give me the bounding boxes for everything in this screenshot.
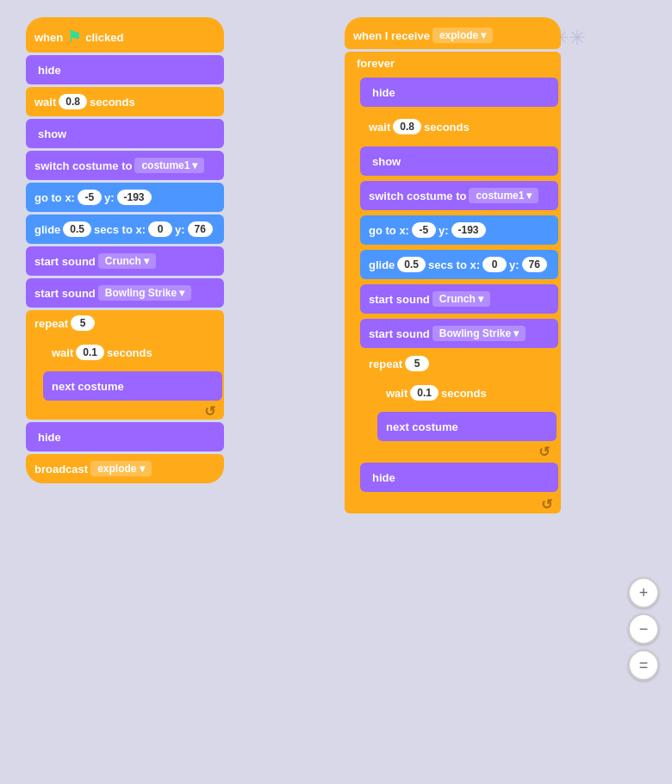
switch-costume-block-1[interactable]: switch costume to costume1 ▾ [26, 151, 224, 180]
forever-glide-secslabel: secs to x: [428, 258, 480, 271]
switch-costume-label-1: switch costume to [34, 159, 132, 172]
forever-wait-value[interactable]: 0.8 [393, 119, 421, 134]
zoom-out-icon: − [639, 620, 649, 638]
forever-sound-dropdown-1[interactable]: Crunch ▾ [432, 291, 490, 307]
next-costume-block-1[interactable]: next costume [43, 371, 222, 401]
repeat-wait-value-1[interactable]: 0.1 [76, 345, 104, 360]
forever-hide-block[interactable]: hide [360, 78, 558, 107]
forever-glide-label: glide [369, 258, 395, 271]
receive-dropdown-arrow: ▾ [481, 29, 486, 41]
when-receive-hat-block[interactable]: when I receive explode ▾ [345, 17, 561, 49]
flag-icon: ⚑ [67, 28, 81, 47]
glide-block-1[interactable]: glide 0.5 secs to x: 0 y: 76 [26, 215, 224, 244]
forever-next-costume[interactable]: next costume [377, 412, 557, 441]
forever-glide-secs[interactable]: 0.5 [397, 257, 426, 272]
forever-repeat-arrow: ↺ [538, 444, 550, 460]
forever-repeat-wait[interactable]: wait 0.1 seconds [377, 378, 557, 408]
forever-glide-y[interactable]: 76 [522, 257, 547, 272]
forever-hide-label: hide [372, 86, 395, 99]
goto-ylabel-1: y: [104, 191, 115, 204]
zoom-in-button[interactable]: + [628, 577, 659, 608]
forever-start-sound-1[interactable]: start sound Crunch ▾ [360, 284, 558, 314]
forever-repeat-body: wait 0.1 seconds next costume [360, 376, 558, 443]
forever-wait-block[interactable]: wait 0.8 seconds [360, 112, 558, 141]
zoom-out-button[interactable]: − [628, 613, 659, 644]
glide-secs-1[interactable]: 0.5 [63, 221, 91, 237]
forever-repeat-header[interactable]: repeat 5 [360, 351, 558, 376]
when-label: when [34, 31, 63, 44]
repeat-footer-1: ↺ [26, 402, 224, 420]
repeat-arrow-1: ↺ [204, 403, 215, 420]
forever-header[interactable]: forever [345, 52, 561, 75]
hide-block-1[interactable]: hide [26, 55, 224, 84]
zoom-reset-icon: = [639, 656, 649, 675]
go-to-block-1[interactable]: go to x: -5 y: -193 [26, 183, 224, 212]
start-sound-block-1[interactable]: start sound Crunch ▾ [26, 246, 224, 276]
forever-goto-x[interactable]: -5 [412, 222, 436, 238]
broadcast-label-1: broadcast [34, 463, 88, 476]
forever-hide-block-2[interactable]: hide [360, 463, 558, 492]
repeat-block-1[interactable]: repeat 5 wait 0.1 seconds next costume ↺ [26, 310, 224, 420]
repeat-wait-unit-1: seconds [107, 346, 152, 359]
right-script-stack: when I receive explode ▾ forever hide wa… [345, 17, 561, 513]
forever-goto-y[interactable]: -193 [451, 222, 486, 238]
forever-switch-costume-label: switch costume to [369, 190, 466, 202]
costume-dropdown-1[interactable]: costume1 ▾ [134, 158, 204, 173]
repeat-wait-block-1[interactable]: wait 0.1 seconds [43, 338, 222, 367]
hide-block-2[interactable]: hide [26, 422, 224, 451]
repeat-label-1: repeat [34, 317, 68, 330]
show-block-1[interactable]: show [26, 119, 224, 148]
broadcast-dropdown-arrow-1: ▾ [140, 463, 145, 475]
forever-glide-ylabel: y: [509, 258, 520, 271]
forever-sound-dropdown-2[interactable]: Bowling Strike ▾ [432, 326, 526, 341]
forever-glide-block[interactable]: glide 0.5 secs to x: 0 y: 76 [360, 250, 558, 279]
zoom-reset-button[interactable]: = [628, 650, 659, 681]
forever-next-costume-label: next costume [386, 420, 458, 433]
forever-block[interactable]: forever hide wait 0.8 seconds show [345, 52, 561, 513]
glide-secslabel-1: secs to x: [94, 223, 146, 236]
forever-start-sound-2[interactable]: start sound Bowling Strike ▾ [360, 319, 558, 348]
sound-dropdown-1[interactable]: Crunch ▾ [98, 253, 156, 269]
glide-label-1: glide [34, 223, 60, 236]
glide-ylabel-1: y: [175, 223, 185, 236]
glide-x-1[interactable]: 0 [148, 221, 172, 237]
forever-show-block[interactable]: show [360, 146, 558, 176]
hide-label-1: hide [38, 64, 61, 77]
zoom-in-icon: + [639, 584, 649, 602]
broadcast-dropdown-1[interactable]: explode ▾ [90, 461, 151, 476]
forever-repeat-label: repeat [369, 358, 402, 370]
goto-x-1[interactable]: -5 [78, 190, 102, 205]
forever-repeat-wait-label: wait [386, 387, 408, 400]
forever-body: hide wait 0.8 seconds show switch costum… [345, 75, 561, 495]
forever-goto-block[interactable]: go to x: -5 y: -193 [360, 215, 558, 245]
forever-goto-label: go to x: [369, 224, 409, 237]
goto-y-1[interactable]: -193 [117, 190, 152, 205]
zoom-controls: + − = [628, 577, 659, 681]
sound-dropdown-2[interactable]: Bowling Strike ▾ [98, 285, 191, 301]
forever-repeat-footer: ↺ [360, 443, 558, 460]
repeat-header-1[interactable]: repeat 5 [26, 310, 224, 336]
forever-hide-label-2: hide [372, 471, 395, 484]
repeat-count-1[interactable]: 5 [71, 315, 95, 331]
left-script-stack: when ⚑ clicked hide wait 0.8 seconds sho… [26, 17, 224, 483]
forever-show-label: show [372, 155, 401, 168]
wait-unit-1: seconds [90, 96, 135, 109]
forever-repeat-count[interactable]: 5 [405, 356, 429, 371]
when-clicked-hat-block[interactable]: when ⚑ clicked [26, 17, 224, 53]
wait-block-1[interactable]: wait 0.8 seconds [26, 87, 224, 116]
start-sound-block-2[interactable]: start sound Bowling Strike ▾ [26, 278, 224, 308]
wait-value-1[interactable]: 0.8 [59, 94, 87, 109]
when-receive-label: when I receive [353, 29, 430, 42]
glide-y-1[interactable]: 76 [188, 221, 213, 237]
broadcast-block-1[interactable]: broadcast explode ▾ [26, 454, 224, 483]
forever-glide-x[interactable]: 0 [482, 257, 507, 272]
sound-dropdown-arrow-2: ▾ [179, 287, 184, 299]
repeat-body-1: wait 0.1 seconds next costume [26, 336, 224, 402]
start-sound-label-2: start sound [34, 287, 96, 300]
forever-switch-costume-block[interactable]: switch costume to costume1 ▾ [360, 181, 558, 210]
receive-dropdown[interactable]: explode ▾ [432, 28, 493, 43]
forever-repeat-block[interactable]: repeat 5 wait 0.1 seconds next costume [360, 351, 558, 460]
forever-repeat-wait-value[interactable]: 0.1 [410, 385, 439, 401]
forever-sound-arrow-1: ▾ [478, 293, 483, 305]
forever-costume-dropdown[interactable]: costume1 ▾ [469, 188, 538, 203]
